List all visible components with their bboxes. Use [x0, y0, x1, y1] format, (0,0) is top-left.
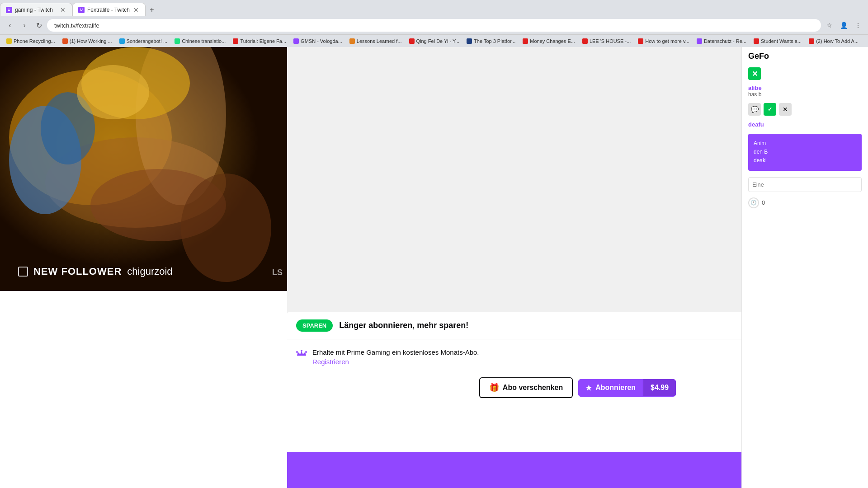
back-button[interactable]: ‹ [4, 19, 16, 32]
bookmark-1[interactable]: (1) How Working ... [60, 38, 115, 45]
alibet-username: alibe [748, 84, 862, 91]
follower-name: chigurzoid [127, 266, 172, 277]
video-player[interactable]: NEW FOLLOWER chigurzoid LS [0, 47, 287, 291]
bookmark-label-12: Datenschutz - Re... [704, 38, 746, 44]
chat-input[interactable] [748, 177, 862, 192]
promo-line-2: den B [754, 148, 856, 156]
bookmark-0[interactable]: Phone Recycling... [4, 38, 58, 45]
tab-close-fextralife[interactable]: ✕ [132, 6, 140, 14]
bookmark-favicon-8 [467, 38, 472, 44]
bookmark-label-8: The Top 3 Platfor... [474, 38, 515, 44]
bookmark-favicon-7 [409, 38, 415, 44]
svg-point-12 [305, 351, 307, 353]
tab-title-fextralife: Fextralife - Twitch [87, 7, 130, 13]
star-icon: ★ [585, 384, 592, 392]
sparen-badge: SPAREN [296, 319, 333, 332]
bookmark-label-9: Money Changes E... [530, 38, 575, 44]
bookmarks-bar: Phone Recycling... (1) How Working ... S… [0, 34, 868, 47]
bookmark-10[interactable]: LEE 'S HOUSE -... [580, 38, 633, 45]
address-input[interactable] [47, 19, 821, 32]
bookmark-favicon-9 [523, 38, 528, 44]
svg-point-10 [301, 350, 302, 352]
bookmark-14[interactable]: (2) How To Add A... [806, 38, 861, 45]
tab-favicon-fextralife [78, 7, 85, 13]
tab-favicon-gaming [6, 7, 12, 13]
bookmark-8[interactable]: The Top 3 Platfor... [464, 38, 518, 45]
bookmark-6[interactable]: Lessons Learned f... [347, 38, 405, 45]
follower-checkbox [18, 267, 28, 277]
bookmark-favicon-12 [697, 38, 702, 44]
sidebar-icon-row: ✕ [742, 66, 868, 82]
forward-button[interactable]: › [18, 19, 31, 32]
svg-point-7 [181, 174, 271, 282]
bookmark-button[interactable]: ☆ [823, 19, 835, 32]
deaf-username: deafu [748, 121, 764, 128]
bookmark-favicon-0 [6, 38, 12, 44]
tab-fextralife[interactable]: Fextralife - Twitch ✕ [72, 3, 146, 16]
new-follower-banner: NEW FOLLOWER chigurzoid [18, 266, 173, 277]
bookmark-9[interactable]: Money Changes E... [520, 38, 578, 45]
sidebar-deaf-row: deafu [742, 118, 868, 130]
prime-description: Erhalte mit Prime Gaming ein kostenloses… [312, 348, 479, 356]
subscribe-button-label: Abonnieren [595, 384, 636, 392]
clock-icon: 🕐 [748, 197, 759, 208]
bookmark-7[interactable]: Qing Fei De Yi - Y... [406, 38, 462, 45]
bookmark-11[interactable]: How to get more v... [635, 38, 692, 45]
browser-chrome: gaming - Twitch ✕ Fextralife - Twitch ✕ … [0, 0, 868, 47]
prime-text-block: Erhalte mit Prime Gaming ein kostenloses… [312, 348, 479, 366]
svg-point-11 [296, 351, 298, 353]
green-check-icon: ✓ [764, 103, 776, 116]
page-content: NEW FOLLOWER chigurzoid LS SPAREN Länger… [0, 47, 868, 488]
promo-line-1: Anim [754, 139, 856, 148]
sidebar-input-row [742, 174, 868, 195]
bookmark-favicon-10 [582, 38, 588, 44]
bookmark-13[interactable]: Student Wants a... [751, 38, 804, 45]
green-x-icon: ✕ [748, 67, 761, 80]
gift-button-label: Abo verschenken [503, 384, 563, 392]
tab-gaming[interactable]: gaming - Twitch ✕ [0, 3, 72, 16]
bookmark-2[interactable]: Sonderangebot! ... [117, 38, 170, 45]
bookmark-label-0: Phone Recycling... [14, 38, 55, 44]
browser-actions: ☆ 👤 ⋮ [823, 19, 864, 32]
sidebar-header: GeFo [742, 47, 868, 66]
bookmark-favicon-2 [119, 38, 125, 44]
alibet-message: has b [748, 91, 862, 98]
tab-bar: gaming - Twitch ✕ Fextralife - Twitch ✕ … [0, 0, 868, 16]
follower-text: NEW FOLLOWER [33, 266, 122, 277]
subscribe-button[interactable]: ★ Abonnieren $4.99 [578, 379, 676, 397]
bookmark-12[interactable]: Datenschutz - Re... [694, 38, 749, 45]
sidebar-promo-box: Anim den B deakl [748, 134, 862, 171]
bookmark-label-3: Chinese translatio... [182, 38, 226, 44]
new-tab-button[interactable]: + [146, 4, 158, 16]
bookmark-5[interactable]: GMSN - Vologda... [291, 38, 345, 45]
subscribe-label: ★ Abonnieren [578, 379, 643, 397]
sidebar-alibet-row: alibe has b [742, 82, 868, 100]
register-link[interactable]: Registrieren [312, 358, 479, 366]
tab-title-gaming: gaming - Twitch [15, 7, 57, 13]
chat-bubble-icon: 💬 [748, 103, 761, 116]
chat-icon-row: 💬 ✓ ✕ [742, 100, 868, 118]
svg-point-9 [77, 65, 149, 119]
settings-button[interactable]: ⋮ [852, 19, 864, 32]
clock-label: 0 [762, 199, 765, 206]
bookmark-label-5: GMSN - Vologda... [301, 38, 342, 44]
bookmark-favicon-6 [349, 38, 355, 44]
bookmark-favicon-3 [175, 38, 180, 44]
bookmark-favicon-13 [754, 38, 759, 44]
bookmark-label-13: Student Wants a... [761, 38, 802, 44]
bookmark-label-14: (2) How To Add A... [816, 38, 859, 44]
reload-button[interactable]: ↻ [33, 19, 45, 32]
bookmark-4[interactable]: Tutorial: Eigene Fa... [230, 38, 289, 45]
profile-button[interactable]: 👤 [837, 19, 850, 32]
bookmark-3[interactable]: Chinese translatio... [172, 38, 228, 45]
stream-watermark: LS [272, 268, 283, 277]
bookmark-favicon-11 [638, 38, 643, 44]
gift-subscription-button[interactable]: 🎁 Abo verschenken [479, 377, 573, 398]
tab-close-gaming[interactable]: ✕ [59, 6, 66, 14]
clock-row: 🕐 0 [742, 195, 868, 211]
bookmark-favicon-5 [293, 38, 299, 44]
bookmark-favicon-14 [809, 38, 814, 44]
bookmark-favicon-1 [62, 38, 68, 44]
bookmark-label-6: Lessons Learned f... [357, 38, 402, 44]
promo-line-3: deakl [754, 156, 856, 165]
